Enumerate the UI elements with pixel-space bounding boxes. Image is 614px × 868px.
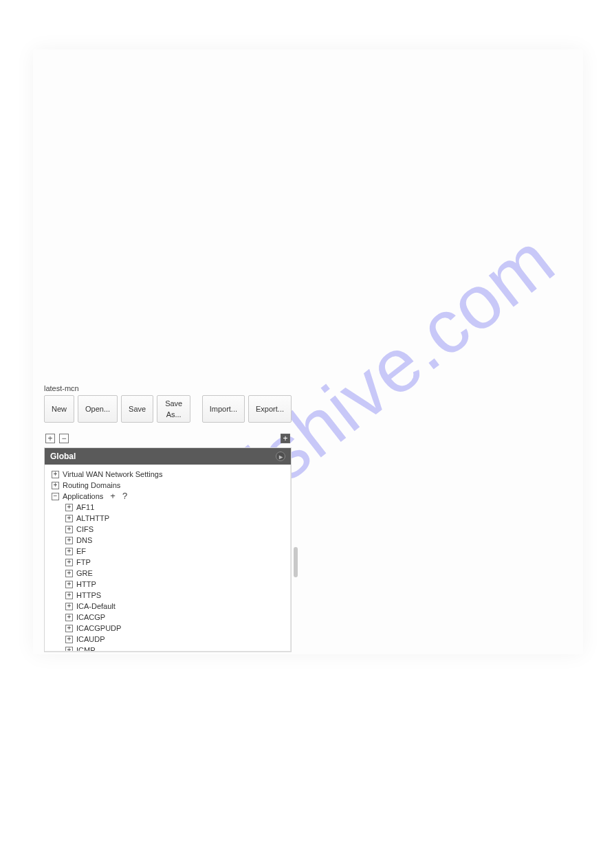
expand-icon[interactable]: + [65, 636, 73, 643]
tree-node[interactable]: +HTTPS [45, 590, 290, 601]
save-button[interactable]: Save [121, 395, 153, 423]
tree-node-label: ICAUDP [76, 634, 105, 645]
tree-node-label: GRE [76, 568, 93, 579]
collapse-icon[interactable]: − [52, 493, 59, 500]
global-panel: Global ▸ +Virtual WAN Network Settings+R… [44, 447, 292, 652]
expand-icon[interactable]: + [65, 647, 73, 652]
tree-node-label: ICACGPUDP [76, 623, 121, 634]
expand-icon[interactable]: + [65, 581, 73, 588]
tree-node[interactable]: +FTP [45, 557, 290, 568]
expand-icon[interactable]: + [65, 592, 73, 599]
scrollbar-thumb[interactable] [294, 547, 298, 577]
tree-node-label: ICMP [76, 645, 96, 652]
tree-node[interactable]: +Virtual WAN Network Settings [45, 469, 290, 480]
help-icon[interactable]: ? [122, 491, 127, 502]
expand-icon[interactable]: + [65, 625, 73, 632]
tree-node[interactable]: +DNS [45, 535, 290, 546]
tree-node-label: Applications [63, 491, 103, 502]
tree-node-label: EF [76, 546, 86, 557]
tree-node-label: HTTPS [76, 590, 101, 601]
tree-node[interactable]: +ICMP [45, 645, 290, 652]
tree-node[interactable]: +EF [45, 546, 290, 557]
expand-icon[interactable]: + [65, 515, 73, 522]
open-button[interactable]: Open... [78, 395, 118, 423]
config-editor: latest-mcn New Open... Save Save As... I… [44, 384, 292, 652]
expand-icon[interactable]: + [52, 471, 59, 478]
export-button[interactable]: Export... [248, 395, 292, 423]
expand-icon[interactable]: + [65, 570, 73, 577]
toolbar: New Open... Save Save As... Import... Ex… [44, 395, 292, 423]
tree-node-label: HTTP [76, 579, 96, 590]
tree-node[interactable]: +ICA-Default [45, 601, 290, 612]
tree-node[interactable]: +Routing Domains [45, 480, 290, 491]
expand-icon[interactable]: + [65, 526, 73, 533]
expand-icon[interactable]: + [65, 537, 73, 544]
new-button[interactable]: New [44, 395, 74, 423]
expand-icon[interactable]: + [65, 548, 73, 555]
tree-node-label: FTP [76, 557, 91, 568]
expand-icon[interactable]: + [65, 559, 73, 566]
tree-node[interactable]: −Applications+? [45, 491, 290, 502]
panel-header: Global ▸ [45, 448, 291, 465]
tree-view: +Virtual WAN Network Settings+Routing Do… [45, 465, 291, 652]
panel-title: Global [50, 452, 76, 461]
tree-node-label: Virtual WAN Network Settings [63, 469, 163, 480]
panel-header-arrow-icon[interactable]: ▸ [276, 452, 285, 461]
tree-node[interactable]: +CIFS [45, 524, 290, 535]
panel-aux-icon[interactable]: + [281, 434, 290, 443]
file-name-label: latest-mcn [44, 384, 292, 392]
tree-node[interactable]: +GRE [45, 568, 290, 579]
import-button[interactable]: Import... [202, 395, 245, 423]
tree-node-label: CIFS [76, 524, 94, 535]
tree-node-label: ICA-Default [76, 601, 116, 612]
expand-icon[interactable]: + [65, 603, 73, 610]
tree-node[interactable]: +ICACGP [45, 612, 290, 623]
tree-node[interactable]: +ALTHTTP [45, 513, 290, 524]
tree-node[interactable]: +ICACGPUDP [45, 623, 290, 634]
expand-all-icon[interactable]: + [45, 434, 55, 443]
tree-node-label: AF11 [76, 502, 94, 513]
tree-node-label: ICACGP [76, 612, 105, 623]
add-item-icon[interactable]: + [110, 491, 116, 502]
collapse-all-icon[interactable]: − [59, 434, 69, 443]
expand-icon[interactable]: + [52, 482, 59, 489]
expand-icon[interactable]: + [65, 614, 73, 621]
tree-node-label: Routing Domains [63, 480, 120, 491]
tree-node-label: ALTHTTP [76, 513, 109, 524]
expand-icon[interactable]: + [65, 504, 73, 511]
save-as-button[interactable]: Save As... [157, 395, 190, 423]
tree-node-label: DNS [76, 535, 92, 546]
panel-top-controls: + − + [44, 434, 292, 443]
tree-node[interactable]: +ICAUDP [45, 634, 290, 645]
tree-node[interactable]: +AF11 [45, 502, 290, 513]
tree-node[interactable]: +HTTP [45, 579, 290, 590]
